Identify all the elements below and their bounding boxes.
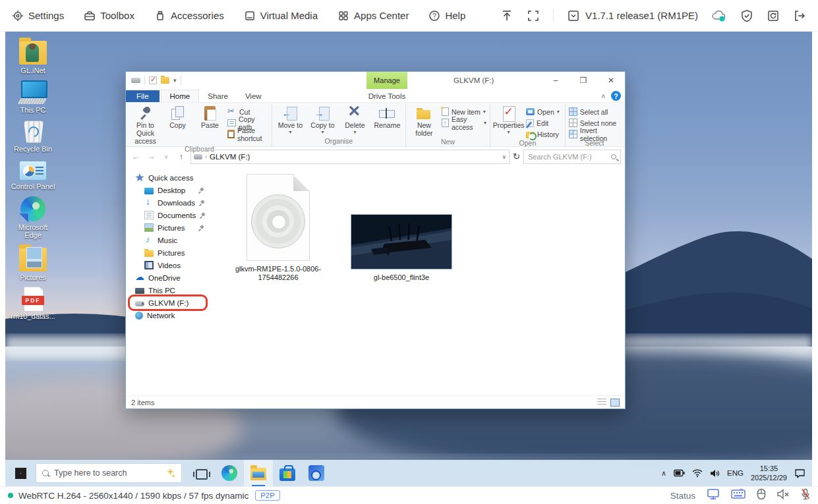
sidebar-item-desktop[interactable]: Desktop xyxy=(126,184,210,196)
up-icon[interactable]: ↑ xyxy=(175,152,187,161)
address-dropdown-icon[interactable]: ∨ xyxy=(502,154,507,160)
back-icon[interactable]: ← xyxy=(130,152,142,161)
tab-view[interactable]: View xyxy=(237,90,270,102)
new-folder-button[interactable]: New folder xyxy=(408,103,440,138)
tab-drive-tools[interactable]: Drive Tools xyxy=(366,90,407,102)
taskbar-outlook[interactable] xyxy=(302,460,331,486)
cloud-status-icon[interactable] xyxy=(711,9,727,22)
battery-icon[interactable] xyxy=(674,469,685,477)
copy-to-button[interactable]: Copy to▾ xyxy=(307,103,339,135)
details-view-icon[interactable] xyxy=(597,399,606,406)
tray-overflow-chevron-icon[interactable]: ∧ xyxy=(661,469,666,478)
desktop-icon-microsoft-edge[interactable]: Microsoft Edge xyxy=(9,194,57,242)
tray-clock[interactable]: 15:35 2025/12/29 xyxy=(751,464,787,483)
file-explorer-window: ▾ Manage GLKVM (F:) – ❐ ✕ File Home Shar… xyxy=(125,71,626,409)
sidebar-item-videos[interactable]: Videos xyxy=(126,259,210,271)
tab-file[interactable]: File xyxy=(126,90,160,102)
menu-settings[interactable]: Settings xyxy=(12,10,64,22)
sidebar-item-onedrive[interactable]: OneDrive xyxy=(126,271,210,284)
taskbar-edge[interactable] xyxy=(215,460,244,486)
desktop-icon-pictures[interactable]: Pictures xyxy=(9,242,57,285)
invert-selection-button[interactable]: Invert selection xyxy=(569,129,620,139)
menu-help[interactable]: ? Help xyxy=(428,10,465,22)
history-icon xyxy=(526,132,535,138)
properties-button[interactable]: Properties▾ xyxy=(492,103,525,135)
search-box[interactable]: Search GLKVM (F:) xyxy=(523,150,621,164)
wifi-icon[interactable] xyxy=(692,469,703,477)
desktop-icon-glinet[interactable]: GL.iNet xyxy=(9,36,57,78)
collapse-ribbon-icon[interactable]: ∧ xyxy=(601,92,606,99)
pdf-icon: PDF xyxy=(19,287,47,310)
taskbar-file-explorer[interactable] xyxy=(244,460,273,486)
upload-icon[interactable] xyxy=(500,9,513,22)
reboot-icon[interactable] xyxy=(767,9,780,22)
volume-icon[interactable] xyxy=(710,469,720,478)
taskbar-search[interactable]: Type here to search xyxy=(36,463,182,483)
action-center-icon[interactable] xyxy=(794,468,805,478)
easy-access-button[interactable]: Easy access▾ xyxy=(442,118,486,128)
properties-shortcut-icon[interactable] xyxy=(149,76,157,84)
pin-to-quick-access-button[interactable]: Pin to Quick access xyxy=(129,103,161,145)
open-button[interactable]: Open▾ xyxy=(526,107,562,117)
desktop-icon-control-panel[interactable]: Control Panel xyxy=(9,156,57,194)
pin-icon xyxy=(198,188,204,193)
taskbar-store[interactable] xyxy=(273,460,302,486)
display-status-icon[interactable] xyxy=(707,488,720,503)
sidebar-item-glkvm-drive[interactable]: GLKVM (F:) xyxy=(126,296,210,309)
start-button[interactable] xyxy=(5,460,36,486)
close-button[interactable]: ✕ xyxy=(597,72,625,89)
menu-accessories[interactable]: Accessories xyxy=(154,10,224,22)
thumbnail-view-icon[interactable] xyxy=(610,399,620,406)
maximize-button[interactable]: ❐ xyxy=(570,72,597,89)
paste-shortcut-button[interactable]: Paste shortcut xyxy=(227,129,268,139)
tab-manage[interactable]: Manage xyxy=(366,72,407,89)
sidebar-item-documents[interactable]: Documents xyxy=(126,209,210,221)
menu-apps-center[interactable]: Apps Center xyxy=(337,10,409,22)
tab-home[interactable]: Home xyxy=(161,90,200,102)
mouse-status-icon[interactable] xyxy=(757,488,766,503)
address-bar[interactable]: › GLKVM (F:) ∨ xyxy=(190,150,510,164)
move-to-button[interactable]: Move to▾ xyxy=(274,103,307,135)
taskbar-task-view[interactable] xyxy=(186,460,215,486)
desktop-icon-recycle-bin[interactable]: Recycle Bin xyxy=(9,117,57,156)
copy-button[interactable]: Copy xyxy=(161,103,194,145)
desktop-icon-rm10-pdf[interactable]: PDF rm10_datas... xyxy=(9,284,57,323)
file-router-image[interactable]: gl-be6500_flint3e xyxy=(345,214,457,282)
system-tray: ∧ ENG 15:35 2025/12/29 xyxy=(661,464,812,483)
forward-icon[interactable]: → xyxy=(145,152,157,161)
security-shield-icon[interactable] xyxy=(740,9,753,22)
history-button[interactable]: History xyxy=(526,129,562,139)
minimize-button[interactable]: – xyxy=(542,72,570,89)
paste-button[interactable]: Paste xyxy=(194,103,226,145)
menu-virtual-media[interactable]: Virtual Media xyxy=(244,10,318,22)
desktop-icon-this-pc[interactable]: This PC xyxy=(9,78,57,117)
firmware-update-icon[interactable] xyxy=(567,9,580,22)
tab-share[interactable]: Share xyxy=(199,90,237,102)
sidebar-item-quick-access[interactable]: Quick access xyxy=(126,171,210,184)
keyboard-status-icon[interactable] xyxy=(731,489,745,502)
sidebar-item-music[interactable]: Music xyxy=(126,234,210,246)
language-indicator[interactable]: ENG xyxy=(727,469,744,477)
select-all-button[interactable]: Select all xyxy=(569,107,620,117)
tree-item-label: Documents xyxy=(158,211,196,219)
sidebar-item-downloads[interactable]: Downloads xyxy=(126,196,210,209)
qat-customize-chevron-icon[interactable]: ▾ xyxy=(173,77,177,84)
rename-button[interactable]: Rename xyxy=(371,103,403,135)
new-folder-shortcut-icon[interactable] xyxy=(161,77,169,84)
sidebar-item-network[interactable]: Network xyxy=(126,309,210,322)
explorer-help-icon[interactable]: ? xyxy=(611,91,621,101)
sidebar-item-this-pc[interactable]: This PC xyxy=(126,284,210,296)
microphone-muted-icon[interactable] xyxy=(801,488,810,503)
menu-toolbox[interactable]: Toolbox xyxy=(84,10,134,22)
speaker-muted-icon[interactable] xyxy=(777,489,790,502)
edit-button[interactable]: Edit xyxy=(526,118,562,128)
delete-button[interactable]: Delete▾ xyxy=(339,103,371,135)
refresh-icon[interactable]: ↻ xyxy=(513,152,520,161)
exit-icon[interactable] xyxy=(793,9,806,22)
file-disc-image[interactable]: glkvm-RM1PE-1.5.0-0806-1754482266 xyxy=(222,174,334,282)
menu-settings-label: Settings xyxy=(28,10,64,21)
fullscreen-icon[interactable] xyxy=(527,9,540,22)
recent-locations-chevron-icon[interactable]: ∨ xyxy=(160,154,172,160)
sidebar-item-pictures-library[interactable]: Pictures xyxy=(126,221,210,234)
sidebar-item-pictures-folder[interactable]: Pictures xyxy=(126,246,210,259)
